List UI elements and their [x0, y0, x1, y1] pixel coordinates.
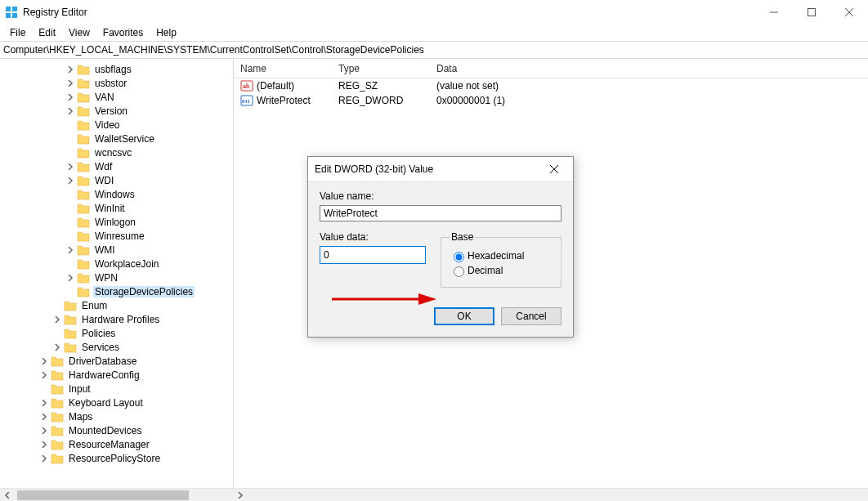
hscroll-thumb[interactable]: [17, 490, 189, 500]
folder-icon: [51, 453, 64, 464]
menu-file[interactable]: File: [3, 25, 32, 40]
tree-expander-icon[interactable]: [39, 454, 49, 463]
tree-item[interactable]: ResourceManager: [0, 437, 233, 451]
address-bar[interactable]: Computer\HKEY_LOCAL_MACHINE\SYSTEM\Curre…: [0, 41, 868, 59]
hscroll-left-arrow[interactable]: [0, 489, 14, 502]
tree-item-label: Input: [67, 383, 92, 395]
tree-item[interactable]: Keyboard Layout: [0, 396, 233, 409]
tree-item[interactable]: wcncsvc: [0, 145, 233, 159]
folder-icon: [77, 133, 90, 145]
menu-view[interactable]: View: [62, 25, 96, 40]
tree-item[interactable]: Input: [0, 382, 233, 396]
folder-icon: [77, 230, 90, 242]
col-header-data[interactable]: Data: [430, 60, 868, 78]
window-controls: [755, 0, 868, 25]
radio-dec[interactable]: [454, 266, 464, 277]
tree-item[interactable]: WinInit: [0, 201, 233, 215]
hscroll-track[interactable]: [14, 489, 233, 502]
ok-button[interactable]: OK: [434, 307, 494, 325]
tree-expander-icon[interactable]: [39, 412, 49, 422]
tree-item[interactable]: Maps: [0, 409, 233, 423]
tree-expander-icon[interactable]: [39, 398, 49, 408]
folder-icon: [77, 217, 90, 228]
value-data-input[interactable]: [320, 246, 426, 264]
tree-item[interactable]: Windows: [0, 187, 233, 201]
tree-hscrollbar[interactable]: [0, 488, 868, 501]
tree-item[interactable]: WalletService: [0, 132, 233, 145]
tree-item[interactable]: DriverDatabase: [0, 354, 233, 368]
reg-string-icon: ab: [240, 79, 253, 92]
tree-item-label: Winresume: [93, 230, 146, 242]
tree-item[interactable]: WDI: [0, 173, 233, 187]
tree-expander-icon[interactable]: [65, 92, 75, 102]
hscroll-right-arrow[interactable]: [233, 489, 247, 502]
tree-item[interactable]: Winlogon: [0, 215, 233, 229]
svg-rect-1: [12, 7, 17, 11]
tree-item-label: Version: [93, 105, 129, 117]
tree-expander-icon[interactable]: [39, 426, 49, 436]
tree-item[interactable]: Wdf: [0, 159, 233, 173]
tree-item[interactable]: Enum: [0, 298, 233, 312]
col-header-name[interactable]: Name: [234, 60, 332, 78]
tree-expander-icon[interactable]: [39, 370, 49, 380]
tree-item[interactable]: Version: [0, 104, 233, 118]
tree-expander-icon[interactable]: [65, 273, 75, 283]
tree-item[interactable]: WMI: [0, 243, 233, 257]
minimize-button[interactable]: [755, 0, 793, 25]
svg-rect-5: [808, 9, 816, 16]
tree-expander-icon[interactable]: [65, 176, 75, 186]
col-header-type[interactable]: Type: [332, 60, 430, 78]
menu-help[interactable]: Help: [150, 25, 183, 40]
tree-item[interactable]: Video: [0, 118, 233, 132]
reg-dword-icon: 011: [240, 94, 253, 107]
tree-expander-icon[interactable]: [52, 342, 62, 352]
menu-favorites[interactable]: Favorites: [96, 25, 150, 40]
tree-item[interactable]: Policies: [0, 326, 233, 340]
folder-icon: [77, 272, 90, 284]
dialog-titlebar: Edit DWORD (32-bit) Value: [308, 157, 573, 181]
tree-expander-icon[interactable]: [39, 440, 49, 450]
cancel-button[interactable]: Cancel: [501, 307, 562, 325]
tree-item[interactable]: Winresume: [0, 229, 233, 243]
maximize-button[interactable]: [793, 0, 830, 25]
tree-expander-icon[interactable]: [65, 65, 75, 74]
dialog-close-button[interactable]: [542, 158, 566, 181]
tree-item[interactable]: usbflags: [0, 62, 233, 76]
tree-item[interactable]: StorageDevicePolicies: [0, 284, 233, 298]
list-row[interactable]: 011WriteProtectREG_DWORD0x00000001 (1): [234, 93, 868, 108]
tree-item-label: WorkplaceJoin: [93, 258, 160, 270]
tree-expander-icon[interactable]: [52, 315, 62, 324]
tree-expander-icon[interactable]: [65, 106, 75, 116]
tree-item-label: StorageDevicePolicies: [93, 286, 195, 297]
tree-item-label: wcncsvc: [93, 147, 133, 159]
tree-item[interactable]: MountedDevices: [0, 423, 233, 437]
tree-item-label: Windows: [93, 189, 136, 200]
tree-expander-icon[interactable]: [39, 356, 49, 366]
tree-item[interactable]: ResourcePolicyStore: [0, 451, 233, 465]
folder-icon: [64, 314, 77, 325]
svg-text:ab: ab: [243, 83, 250, 90]
radio-hex-row[interactable]: Hexadecimal: [450, 249, 553, 262]
tree-item-label: usbflags: [93, 64, 133, 75]
tree-expander-icon[interactable]: [65, 78, 75, 88]
tree-item[interactable]: Services: [0, 340, 233, 354]
app-title: Registry Editor: [23, 7, 87, 18]
folder-icon: [77, 175, 90, 186]
titlebar: Registry Editor: [0, 0, 868, 25]
base-legend: Base: [450, 231, 475, 243]
folder-icon: [77, 189, 90, 200]
close-button[interactable]: [830, 0, 868, 25]
tree-expander-icon[interactable]: [65, 245, 75, 255]
tree-item[interactable]: VAN: [0, 90, 233, 104]
radio-hex[interactable]: [454, 252, 464, 262]
radio-dec-row[interactable]: Decimal: [450, 264, 553, 277]
tree-item[interactable]: usbstor: [0, 76, 233, 90]
tree-item-label: Video: [93, 119, 121, 131]
tree-item[interactable]: Hardware Profiles: [0, 312, 233, 326]
tree-item[interactable]: WPN: [0, 271, 233, 284]
menu-edit[interactable]: Edit: [32, 25, 62, 40]
tree-expander-icon[interactable]: [65, 162, 75, 172]
tree-item[interactable]: HardwareConfig: [0, 368, 233, 382]
list-row[interactable]: ab(Default)REG_SZ(value not set): [234, 78, 868, 93]
tree-item[interactable]: WorkplaceJoin: [0, 257, 233, 271]
